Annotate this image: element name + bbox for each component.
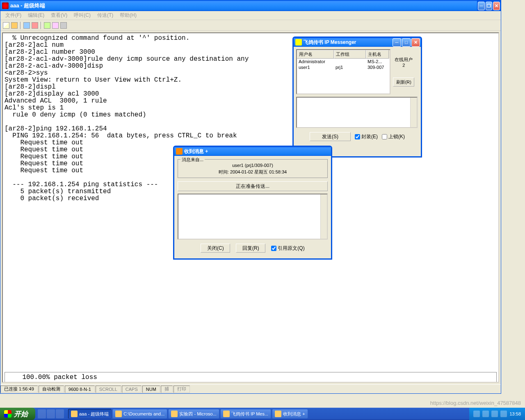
from-user: user1 (prj1/309-007) [180, 162, 325, 169]
scrollbar[interactable] [410, 98, 417, 127]
recv-body: 消息来自... user1 (prj1/309-007) 时间: 2004-01… [174, 156, 331, 256]
menu-call[interactable]: 呼叫(C) [71, 11, 94, 20]
task-word[interactable]: 实验四 - Microso... [168, 409, 219, 419]
menu-view[interactable]: 查看(V) [48, 11, 71, 20]
ipmsg-close-button[interactable]: ✕ [411, 38, 420, 47]
tray-icon[interactable] [473, 411, 480, 417]
main-title: aaa - 超级终端 [10, 2, 500, 9]
user-row[interactable]: user1 prj1 309-007 [297, 64, 390, 70]
status-detect: 自动检测 [39, 386, 64, 393]
status-scroll: SCROLL [96, 386, 121, 393]
message-from-group: 消息来自... user1 (prj1/309-007) 时间: 2004-01… [178, 159, 328, 178]
ipmsg-bottom-row: 发送(S) 封装(E) 上锁(K) [296, 132, 418, 141]
status-baud: 9600 8-N-1 [65, 386, 95, 393]
message-input[interactable] [296, 97, 418, 128]
taskbar: 开始 aaa - 超级终端 C:\Documents and... 实验四 - … [0, 408, 525, 420]
task-buttons: aaa - 超级终端 C:\Documents and... 实验四 - Mic… [66, 409, 469, 419]
toolbar [0, 20, 501, 31]
close-button[interactable]: ✕ [493, 2, 500, 10]
recv-icon [176, 148, 183, 155]
lock-checkbox[interactable]: 上锁(K) [382, 133, 405, 140]
task-hyperterminal[interactable]: aaa - 超级终端 [68, 409, 112, 419]
tray-network-icon[interactable] [500, 411, 507, 417]
menu-transfer[interactable]: 传送(T) [94, 11, 116, 20]
side-panel: 在线用户 2 刷新(R) [392, 49, 415, 87]
main-titlebar[interactable]: aaa - 超级终端 [0, 0, 501, 11]
reply-button[interactable]: 回复(R) [236, 244, 265, 253]
ipmessenger-window: 飞鸽传书 IP Messenger ─ □ ✕ 用户名 工作组 主机名 Admi… [292, 37, 422, 158]
quote-checkbox[interactable]: 引用原文(Q) [271, 245, 304, 252]
task-icon [275, 411, 281, 417]
status-print: 打印 [173, 386, 190, 393]
col-group[interactable]: 工作组 [334, 50, 366, 59]
user-list[interactable]: 用户名 工作组 主机名 Administrator MS-2... user1 … [296, 49, 390, 94]
status-connected: 已连接 1:56:49 [0, 386, 38, 393]
system-tray: 13:58 [469, 408, 525, 420]
status-caps: CAPS [122, 386, 142, 393]
watermark: https://blog.csdn.net/weixin_47587848 [430, 400, 521, 406]
from-time: 时间: 2004-01-02 星期五 01:58:34 [180, 169, 325, 175]
seal-checkbox[interactable]: 封装(E) [355, 133, 378, 140]
user-row[interactable]: Administrator MS-2... [297, 59, 390, 64]
tray-icon[interactable] [482, 411, 489, 417]
ql-ie-icon[interactable] [38, 409, 46, 418]
online-count: 2 [392, 63, 415, 68]
app-icon [2, 2, 9, 9]
task-icon [223, 411, 230, 417]
recv-titlebar[interactable]: 收到消息 + [174, 147, 331, 156]
task-icon [115, 411, 122, 417]
ipmsg-minimize-button[interactable]: ─ [393, 38, 401, 47]
received-message-window: 收到消息 + 消息来自... user1 (prj1/309-007) 时间: … [173, 146, 332, 260]
ql-app-icon[interactable] [56, 409, 64, 418]
menubar: 文件(F) 编辑(E) 查看(V) 呼叫(C) 传送(T) 帮助(H) [0, 11, 501, 20]
start-button[interactable]: 开始 [0, 408, 35, 420]
tool-disconnect-icon[interactable] [32, 22, 38, 29]
restore-button[interactable]: ❐ [486, 2, 493, 10]
col-host[interactable]: 主机名 [366, 50, 389, 59]
minimize-button[interactable]: ─ [478, 2, 485, 10]
tool-receive-icon[interactable] [52, 22, 59, 29]
ipmsg-titlebar[interactable]: 飞鸽传书 IP Messenger ─ □ ✕ [294, 38, 421, 47]
online-label: 在线用户 [392, 57, 415, 63]
terminal-output-inner: 100.00% packet loss [ar28-2]undo rule ^ … [7, 374, 495, 383]
send-button[interactable]: 发送(S) [310, 132, 351, 141]
statusbar: 已连接 1:56:49 自动检测 9600 8-N-1 SCROLL CAPS … [0, 384, 501, 393]
task-icon [71, 411, 78, 417]
ipmsg-maximize-button[interactable]: □ [402, 38, 411, 47]
task-icon [171, 411, 178, 417]
received-text[interactable] [178, 194, 328, 240]
user-list-header: 用户名 工作组 主机名 [297, 50, 390, 59]
tray-volume-icon[interactable] [491, 411, 498, 417]
close-button[interactable]: 关闭(C) [201, 244, 230, 253]
recv-bottom-row: 关闭(C) 回复(R) 引用原文(Q) [178, 244, 328, 253]
toolbar-separator [20, 22, 21, 29]
menu-file[interactable]: 文件(F) [2, 11, 25, 20]
status-num: NUM [142, 386, 160, 393]
tool-new-icon[interactable] [3, 22, 9, 29]
tool-properties-icon[interactable] [60, 22, 67, 29]
scrollbar[interactable] [320, 194, 327, 239]
recv-title: 收到消息 + [184, 148, 330, 155]
tool-open-icon[interactable] [11, 22, 18, 29]
menu-help[interactable]: 帮助(H) [116, 11, 140, 20]
ipmsg-body: 用户名 工作组 主机名 Administrator MS-2... user1 … [294, 47, 421, 144]
quick-launch [35, 409, 66, 418]
refresh-button[interactable]: 刷新(R) [393, 78, 414, 87]
ql-desktop-icon[interactable] [47, 409, 55, 418]
from-label: 消息来自... [180, 157, 205, 163]
task-recvmsg[interactable]: 收到消息 + [272, 409, 308, 419]
toolbar-separator [41, 22, 41, 29]
tool-connect-icon[interactable] [23, 22, 30, 29]
menu-edit[interactable]: 编辑(E) [25, 11, 48, 20]
window-controls-bg: ─ ❐ ✕ [477, 0, 501, 11]
tray-clock[interactable]: 13:58 [509, 411, 521, 416]
task-ipmsg[interactable]: 飞鸽传书 IP Mes... [220, 409, 271, 419]
col-user[interactable]: 用户名 [297, 50, 334, 59]
transfer-button[interactable]: 正在准备传送... [178, 181, 328, 191]
terminal-output-framed: 100.00% packet loss [ar28-2]undo rule ^ … [5, 372, 497, 383]
status-capture: 捕 [161, 386, 173, 393]
tool-send-icon[interactable] [44, 22, 50, 29]
ipmsg-icon [295, 39, 302, 46]
task-explorer[interactable]: C:\Documents and... [112, 409, 167, 419]
ipmsg-title: 飞鸽传书 IP Messenger [304, 39, 393, 46]
